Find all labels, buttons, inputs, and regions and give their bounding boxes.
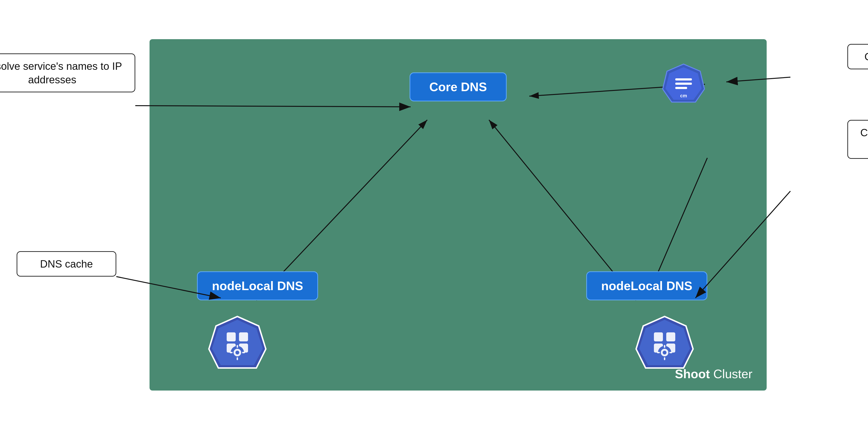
core-dns-label: Core DNS bbox=[429, 80, 487, 94]
callout-custom-text: Custom configuration bbox=[864, 51, 868, 62]
nodelocal-dns-left: nodeLocal DNS bbox=[197, 271, 318, 300]
callout-custom: Custom configuration bbox=[847, 44, 868, 69]
svg-rect-34 bbox=[664, 357, 665, 360]
nodelocal-right-label: nodeLocal DNS bbox=[601, 279, 692, 293]
nodelocal-left-label: nodeLocal DNS bbox=[212, 279, 303, 293]
cluster-label-regular: Cluster bbox=[710, 367, 752, 381]
svg-rect-33 bbox=[664, 345, 665, 348]
svg-text:cm: cm bbox=[680, 93, 687, 98]
callout-dns-cache-text: DNS cache bbox=[40, 258, 93, 270]
node-icon-right bbox=[634, 314, 695, 376]
svg-rect-20 bbox=[237, 345, 238, 348]
callout-configure: Configure in shoot.spec to forward to Co… bbox=[847, 120, 868, 159]
svg-rect-36 bbox=[669, 352, 672, 353]
callout-resolve: Resolve service's names to IP addresses bbox=[0, 54, 135, 92]
svg-rect-22 bbox=[230, 352, 232, 353]
svg-rect-14 bbox=[239, 332, 248, 341]
svg-line-38 bbox=[135, 105, 411, 107]
svg-line-39 bbox=[726, 77, 790, 82]
svg-point-32 bbox=[663, 351, 666, 355]
callout-configure-text: Configure in shoot.spec to forward to Co… bbox=[860, 127, 868, 152]
svg-point-19 bbox=[236, 351, 239, 355]
callout-resolve-text: Resolve service's names to IP addresses bbox=[0, 60, 122, 86]
svg-rect-35 bbox=[657, 352, 660, 353]
svg-rect-7 bbox=[675, 78, 692, 81]
cluster-box: Core DNS cm nodeLocal DNS nodeLocal DNS bbox=[150, 39, 767, 391]
svg-rect-21 bbox=[237, 357, 238, 360]
svg-rect-23 bbox=[242, 352, 245, 353]
callout-dns-cache: DNS cache bbox=[17, 251, 116, 277]
svg-rect-27 bbox=[666, 332, 675, 341]
nodelocal-dns-right: nodeLocal DNS bbox=[586, 271, 707, 300]
node-icon-left bbox=[207, 314, 268, 376]
core-dns-box: Core DNS bbox=[410, 72, 507, 101]
svg-rect-26 bbox=[654, 332, 663, 341]
svg-rect-13 bbox=[227, 332, 236, 341]
main-container: Core DNS cm nodeLocal DNS nodeLocal DNS bbox=[29, 19, 840, 411]
svg-rect-8 bbox=[675, 83, 692, 85]
svg-line-40 bbox=[695, 191, 790, 298]
configmap-icon: cm bbox=[662, 63, 705, 105]
svg-rect-9 bbox=[675, 87, 687, 89]
